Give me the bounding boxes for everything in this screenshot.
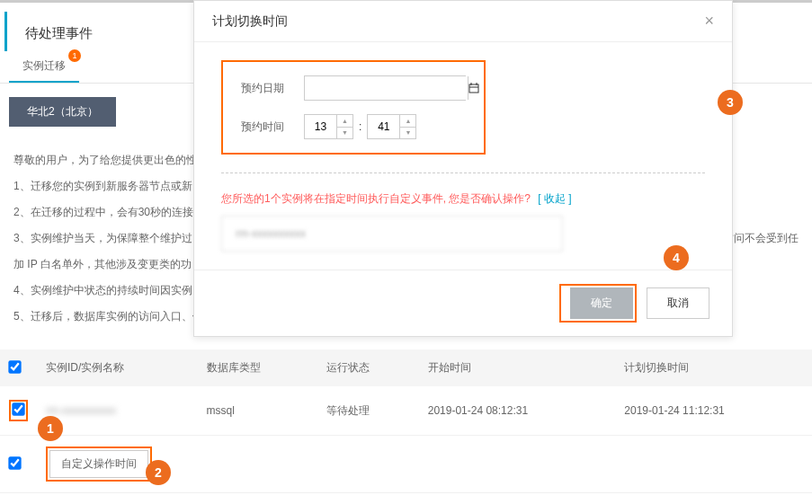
modal-title: 计划切换时间 — [212, 13, 288, 30]
callout-1: 1 — [38, 416, 63, 441]
calendar-icon[interactable] — [468, 76, 479, 100]
actions-row: 自定义操作时间 — [0, 436, 812, 493]
callout-2: 2 — [146, 460, 171, 485]
col-instance-id: 实例ID/实例名称 — [37, 349, 198, 386]
date-label: 预约日期 — [241, 81, 304, 96]
confirm-message: 您所选的1个实例将在指定时间执行自定义事件, 您是否确认操作? [ 收起 ] — [221, 191, 705, 207]
select-all-checkbox[interactable] — [8, 360, 21, 373]
date-field[interactable] — [305, 76, 468, 100]
col-switch-time: 计划切换时间 — [615, 349, 812, 386]
hour-up-icon[interactable]: ▲ — [337, 115, 352, 128]
start-time: 2019-01-24 08:12:31 — [419, 386, 616, 436]
db-type: mssql — [198, 386, 317, 436]
minute-input[interactable] — [368, 115, 399, 138]
col-start-time: 开始时间 — [419, 349, 616, 386]
minute-spinner[interactable]: ▲ ▼ — [367, 114, 416, 139]
minute-down-icon[interactable]: ▼ — [400, 128, 415, 139]
callout-3: 3 — [718, 90, 743, 115]
region-selector[interactable]: 华北2（北京） — [9, 97, 116, 127]
col-status: 运行状态 — [317, 349, 419, 386]
custom-time-button[interactable]: 自定义操作时间 — [49, 450, 148, 478]
table-row: rm-xxxxxxxxxx mssql 等待处理 2019-01-24 08:1… — [0, 386, 812, 436]
hour-input[interactable] — [305, 115, 336, 138]
cancel-button[interactable]: 取消 — [647, 287, 709, 319]
row-status: 等待处理 — [317, 386, 419, 436]
tab-badge: 1 — [68, 49, 81, 62]
time-label: 预约时间 — [241, 119, 304, 135]
close-icon[interactable]: × — [704, 12, 714, 31]
minute-up-icon[interactable]: ▲ — [400, 115, 415, 128]
time-separator: : — [359, 120, 361, 133]
actions-checkbox[interactable] — [8, 456, 21, 469]
instance-id[interactable]: rm-xxxxxxxxxx — [46, 404, 116, 417]
hour-spinner[interactable]: ▲ ▼ — [304, 114, 353, 139]
form-highlight-box: 预约日期 预约时间 ▲ ▼ — [221, 60, 486, 155]
events-table: 实例ID/实例名称 数据库类型 运行状态 开始时间 计划切换时间 rm-xxxx… — [0, 349, 812, 493]
collapse-link[interactable]: [ 收起 ] — [538, 192, 571, 205]
date-input[interactable] — [304, 75, 466, 101]
callout-4: 4 — [664, 245, 689, 270]
tab-label: 实例迁移 — [22, 59, 66, 72]
instance-preview: rm-xxxxxxxxxx — [221, 216, 563, 252]
row-checkbox[interactable] — [12, 402, 24, 415]
ok-button[interactable]: 确定 — [570, 287, 633, 319]
switch-time: 2019-01-24 11:12:31 — [615, 386, 812, 436]
col-db-type: 数据库类型 — [198, 349, 317, 386]
hour-down-icon[interactable]: ▼ — [337, 128, 352, 139]
schedule-switch-modal: 计划切换时间 × 预约日期 预约时间 — [193, 0, 733, 337]
tab-instance-migration[interactable]: 实例迁移 1 — [9, 51, 79, 83]
svg-rect-0 — [469, 84, 478, 93]
